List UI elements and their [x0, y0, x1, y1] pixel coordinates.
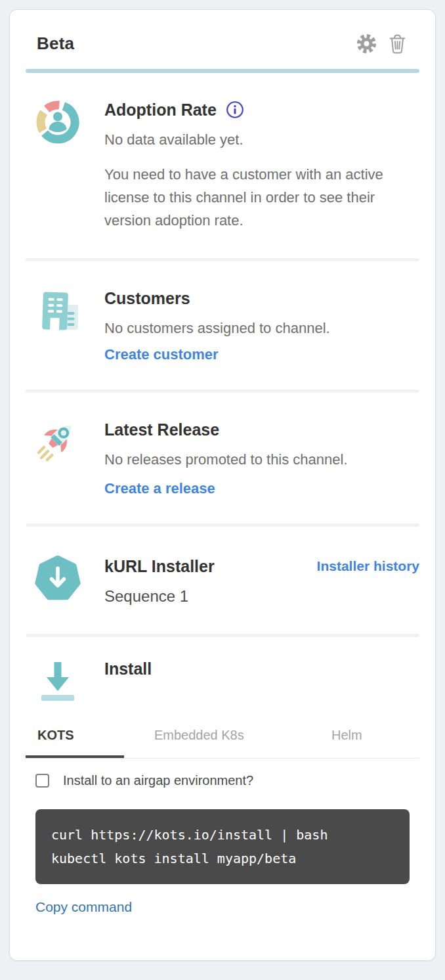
install-tabs: KOTS Embedded K8s Helm	[26, 725, 419, 759]
install-title: Install	[104, 658, 419, 679]
airgap-option-row: Install to an airgap environment?	[35, 773, 410, 788]
section-adoption-rate: Adoption Rate No data available yet. You…	[10, 73, 435, 258]
buildings-icon	[35, 288, 81, 363]
delete-channel-button[interactable]	[389, 33, 406, 54]
adoption-rate-info-button[interactable]	[226, 100, 244, 119]
copy-command-link[interactable]: Copy command	[35, 899, 132, 915]
channel-title: Beta	[37, 33, 74, 54]
channel-settings-button[interactable]	[356, 33, 377, 54]
latest-release-title: Latest Release	[104, 419, 419, 440]
trash-icon	[389, 46, 406, 56]
airgap-checkbox[interactable]	[35, 774, 49, 788]
tab-kots[interactable]: KOTS	[26, 725, 124, 758]
adoption-donut-user-icon	[35, 99, 81, 232]
info-icon	[226, 111, 244, 121]
release-empty-text: No releases promoted to this channel.	[104, 448, 419, 471]
gear-icon	[356, 46, 377, 56]
installer-sequence: Sequence 1	[104, 585, 419, 608]
heptagon-download-icon	[35, 556, 81, 608]
download-arrow-icon	[35, 658, 81, 707]
section-kurl-installer: kURL Installer Installer history Sequenc…	[10, 527, 435, 634]
adoption-rate-title: Adoption Rate	[104, 99, 217, 120]
tab-helm[interactable]: Helm	[274, 725, 419, 758]
section-install: Install	[10, 637, 435, 707]
airgap-label: Install to an airgap environment?	[63, 773, 253, 788]
create-release-link[interactable]: Create a release	[104, 480, 215, 497]
channel-card: Beta	[9, 9, 436, 961]
customers-empty-text: No customers assigned to channel.	[104, 317, 419, 340]
kurl-installer-title: kURL Installer	[104, 556, 215, 577]
install-command-code: curl https://kots.io/install | bashkubec…	[35, 809, 410, 884]
create-customer-link[interactable]: Create customer	[104, 346, 219, 363]
adoption-empty-body: You need to have a customer with an acti…	[104, 163, 401, 232]
customers-title: Customers	[104, 288, 419, 309]
section-latest-release: Latest Release No releases promoted to t…	[10, 393, 435, 523]
rocket-icon	[35, 419, 81, 497]
command-line-2: kubectl kots install myapp/beta	[51, 847, 394, 870]
installer-history-link[interactable]: Installer history	[317, 558, 419, 574]
tab-embedded-k8s[interactable]: Embedded K8s	[124, 725, 274, 758]
adoption-empty-title: No data available yet.	[104, 128, 419, 151]
channel-header: Beta	[10, 10, 435, 54]
channel-actions	[356, 33, 406, 54]
command-line-1: curl https://kots.io/install | bash	[51, 823, 394, 847]
section-customers: Customers No customers assigned to chann…	[10, 261, 435, 390]
